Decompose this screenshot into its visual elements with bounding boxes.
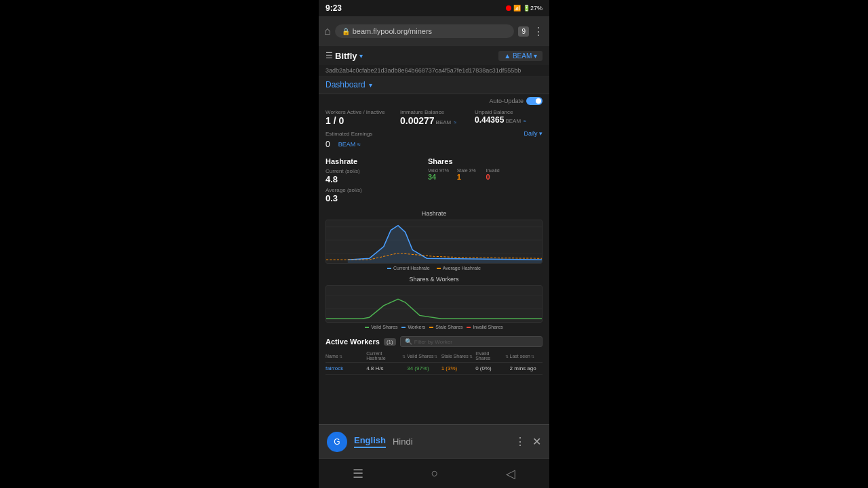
bitfly-header: ☰ Bitfly ▾ ▲ BEAM ▾ xyxy=(319,46,549,65)
beam-badge[interactable]: ▲ BEAM ▾ xyxy=(498,51,542,61)
td-worker-stale: 1 (3%) xyxy=(441,365,474,371)
nav-menu-icon[interactable]: ☰ xyxy=(353,466,363,481)
current-hashrate-label: Current (sol/s) xyxy=(326,168,421,174)
english-language-button[interactable]: English xyxy=(354,435,386,448)
td-worker-name[interactable]: fairrock xyxy=(326,365,365,371)
nav-home-icon[interactable]: ○ xyxy=(431,466,439,481)
sort-lastseen-icon[interactable]: ⇅ xyxy=(531,354,534,359)
earnings-currency: BEAM ≈ xyxy=(338,141,361,148)
workers-legend: Workers xyxy=(401,325,425,329)
workers-count: (1) xyxy=(384,338,396,346)
translation-close-button[interactable]: ✕ xyxy=(532,435,541,448)
dashboard-tab[interactable]: Dashboard ▾ xyxy=(319,76,549,94)
bitfly-name: Bitfly xyxy=(335,51,357,61)
hashrate-chart-legend: Current Hashrate Average Hashrate xyxy=(326,266,542,270)
valid-legend-label: Valid Shares xyxy=(371,325,397,329)
valid-shares-legend: Valid Shares xyxy=(365,325,397,329)
avg-hashrate-value: 0.3 xyxy=(326,193,421,203)
recording-dot xyxy=(506,5,511,11)
unpaid-unit: BEAM xyxy=(505,118,521,124)
status-time: 9:23 xyxy=(326,3,342,13)
stale-shares: Stale 3% 1 xyxy=(457,168,485,181)
section-labels-row: Hashrate Shares xyxy=(319,152,549,168)
sort-name-icon[interactable]: ⇅ xyxy=(339,354,342,359)
td-worker-invalid: 0 (0%) xyxy=(475,365,508,371)
shares-workers-legend: Valid Shares Workers Stale Shares Invali… xyxy=(326,325,542,329)
translation-more-icon[interactable]: ⋮ xyxy=(515,435,526,448)
sort-stale-icon[interactable]: ⇅ xyxy=(469,354,473,359)
unpaid-stat: Unpaid Balance 0.44365 BEAM ≈ xyxy=(475,109,542,126)
url-text: beam.flypool.org/miners xyxy=(353,27,432,35)
invalid-legend-label: Invalid Shares xyxy=(473,325,502,329)
table-row: fairrock 4.8 H/s 34 (97%) 1 (3%) 0 (0%) … xyxy=(326,363,542,375)
sort-valid-icon[interactable]: ⇅ xyxy=(434,354,437,359)
address-text: 3adb2ab4c0cfabe21d3adb8e64b668737ca4f5a7… xyxy=(326,67,521,74)
bitfly-arrow: ▾ xyxy=(359,52,363,60)
tab-count[interactable]: 9 xyxy=(518,26,529,37)
hashrate-section-label-wrap: Hashrate xyxy=(326,155,421,167)
workers-legend-color xyxy=(401,327,406,328)
stale-legend-label: Stale Shares xyxy=(435,325,462,329)
hashrate-values: Current (sol/s) 4.8 Average (sol/s) 0.3 xyxy=(326,168,421,203)
signal-icon: 📶 xyxy=(513,5,521,12)
invalid-shares: Invalid 0 xyxy=(486,168,513,181)
workers-section: Active Workers (1) 🔍 Filter by Worker Na… xyxy=(319,332,549,379)
filter-input[interactable]: 🔍 Filter by Worker xyxy=(400,336,542,347)
address-bar: 3adb2ab4c0cfabe21d3adb8e64b668737ca4f5a7… xyxy=(319,65,549,76)
home-button[interactable]: ⌂ xyxy=(324,25,331,37)
th-hashrate: Current Hashrate ⇅ xyxy=(366,351,406,361)
google-translate-icon: G xyxy=(334,437,340,447)
shares-workers-chart-title: Shares & Workers xyxy=(326,276,542,283)
browser-bar: ⌂ 🔒 beam.flypool.org/miners 9 ⋮ xyxy=(319,16,549,46)
shares-workers-chart-section: Shares & Workers Valid Shares Workers xyxy=(319,273,549,332)
auto-update-label: Auto-Update xyxy=(489,98,524,104)
bitfly-logo[interactable]: ☰ Bitfly ▾ xyxy=(326,51,363,61)
nav-back-icon[interactable]: ◁ xyxy=(506,466,515,481)
beam-label: ▲ BEAM ▾ xyxy=(504,52,537,60)
dashboard-arrow-icon: ▾ xyxy=(369,81,372,89)
valid-shares-value: 34 xyxy=(428,173,456,181)
shares-grid: Valid 97% 34 Stale 3% 1 Invalid 0 xyxy=(428,168,542,181)
browser-menu-dots[interactable]: ⋮ xyxy=(533,25,544,38)
sort-invalid-icon[interactable]: ⇅ xyxy=(505,354,509,359)
stale-legend: Stale Shares xyxy=(429,325,462,329)
hashrate-section-title: Hashrate xyxy=(326,157,357,165)
workers-title: Active Workers xyxy=(326,338,380,346)
filter-placeholder: Filter by Worker xyxy=(414,339,452,345)
immature-label: Immature Balance xyxy=(400,109,468,115)
url-bar[interactable]: 🔒 beam.flypool.org/miners xyxy=(335,24,515,38)
hashrate-shares-row: Current (sol/s) 4.8 Average (sol/s) 0.3 … xyxy=(319,168,549,207)
hindi-language-button[interactable]: Hindi xyxy=(393,436,413,447)
nav-bar: ☰ ○ ◁ xyxy=(319,458,549,488)
hashrate-chart-container xyxy=(326,220,542,264)
invalid-shares-label: Invalid xyxy=(486,168,513,173)
avg-hashrate-label: Average (sol/s) xyxy=(326,187,421,193)
valid-shares: Valid 97% 34 xyxy=(428,168,456,181)
valid-shares-label: Valid 97% xyxy=(428,168,456,173)
status-icons: 📶 🔋27% xyxy=(506,5,542,12)
earnings-value-row: 0 BEAM ≈ xyxy=(319,140,549,152)
auto-update-row: Auto-Update xyxy=(319,94,549,106)
main-content: Dashboard ▾ Auto-Update Workers Active /… xyxy=(319,76,549,424)
immature-value: 0.00277 xyxy=(400,115,435,126)
earnings-value: 0 xyxy=(326,140,330,149)
workers-legend-label: Workers xyxy=(408,325,425,329)
workers-value: 1 / 0 xyxy=(326,115,393,126)
sort-hashrate-icon[interactable]: ⇅ xyxy=(402,354,406,359)
current-hashrate-legend: Current Hashrate xyxy=(387,266,430,270)
th-name: Name ⇅ xyxy=(326,351,365,361)
filter-search-icon: 🔍 xyxy=(405,338,412,345)
invalid-legend: Invalid Shares xyxy=(467,325,502,329)
stats-row: Workers Active / Inactive 1 / 0 Immature… xyxy=(319,106,549,129)
workers-header: Active Workers (1) 🔍 Filter by Worker xyxy=(326,336,542,347)
unpaid-value: 0.44365 xyxy=(475,115,504,125)
dashboard-tab-label: Dashboard xyxy=(326,80,366,89)
workers-stat: Workers Active / Inactive 1 / 0 xyxy=(326,109,393,126)
earnings-period[interactable]: Daily ▾ xyxy=(524,130,542,137)
shares-section-label-wrap: Shares xyxy=(428,155,542,167)
current-hashrate-value: 4.8 xyxy=(326,174,421,184)
td-worker-valid: 34 (97%) xyxy=(407,365,439,371)
td-worker-lastseen: 2 mins ago xyxy=(510,365,542,371)
unpaid-suffix: ≈ xyxy=(524,119,526,123)
auto-update-toggle[interactable] xyxy=(526,97,542,105)
